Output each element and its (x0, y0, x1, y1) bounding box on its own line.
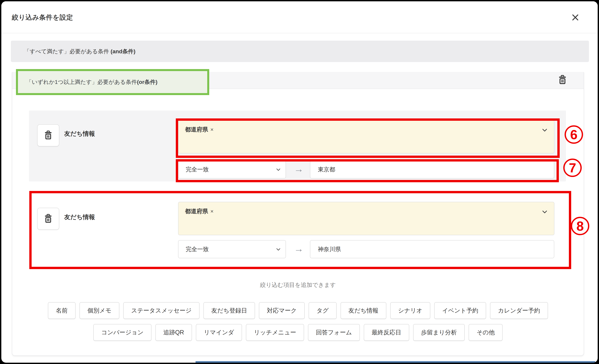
bottom-blue-bar (195, 361, 595, 363)
chevron-down-icon (275, 246, 281, 252)
add-button-answer-form[interactable]: 回答フォーム (308, 324, 360, 341)
add-button-calendar-reservation[interactable]: カレンダー予約 (490, 302, 548, 319)
or-condition-section: 「いずれか1つ以上満たす」必要がある条件(or条件) 友だち情報 (12, 72, 584, 356)
condition-2-delete-button[interactable] (37, 208, 59, 230)
or-label-bold: (or条件) (137, 79, 158, 85)
add-button-scenario[interactable]: シナリオ (390, 302, 430, 319)
trash-icon (557, 75, 568, 85)
condition-1-field-tag: 都道府県× (185, 126, 213, 133)
condition-2-arrow: → (288, 240, 309, 258)
add-button-support-mark[interactable]: 対応マーク (259, 302, 305, 319)
condition-2-value-input[interactable]: 神奈川県 (310, 240, 554, 258)
modal-header: 絞り込み条件を設定 (1, 1, 598, 33)
modal-title: 絞り込み条件を設定 (12, 13, 73, 22)
add-button-funnel-analysis[interactable]: 歩留まり分析 (413, 324, 465, 341)
add-button-conversion[interactable]: コンバージョン (93, 324, 151, 341)
screenshot-canvas: 絞り込み条件を設定 「すべて満たす」必要がある条件 (and条件) (0, 0, 599, 364)
or-condition-highlight: 「いずれか1つ以上満たす」必要がある条件(or条件) (16, 69, 209, 95)
add-button-event-reservation[interactable]: イベント予約 (434, 302, 486, 319)
condition-row-1: 友だち情報 都道府県× 完全一致 → (29, 111, 566, 182)
add-button-rich-menu[interactable]: リッチメニュー (246, 324, 304, 341)
condition-1-match-select[interactable]: 完全一致 (178, 160, 286, 178)
condition-row-2: 友だち情報 都道府県× 完全一致 → (29, 190, 566, 268)
match-type-value: 完全一致 (186, 161, 209, 178)
add-button-friend-info[interactable]: 友だち情報 (341, 302, 386, 319)
close-button[interactable] (571, 13, 580, 22)
or-label-text: 「いずれか1つ以上満たす」必要がある条件 (26, 79, 137, 85)
add-button-reminder[interactable]: リマインダ (196, 324, 242, 341)
add-button-status-message[interactable]: ステータスメッセージ (123, 302, 200, 319)
condition-1-field-select[interactable]: 都道府県× (178, 120, 555, 154)
field-tag-label: 都道府県 (185, 208, 208, 214)
arrow-right-icon: → (294, 164, 304, 174)
filter-modal: 絞り込み条件を設定 「すべて満たす」必要がある条件 (and条件) (1, 1, 598, 363)
remove-tag-icon[interactable]: × (210, 127, 213, 133)
add-buttons-row-1: 名前 個別メモ ステータスメッセージ 友だち登録日 対応マーク タグ 友だち情報… (12, 302, 584, 319)
arrow-right-icon: → (294, 243, 304, 254)
condition-1-category-label: 友だち情報 (64, 130, 95, 138)
condition-2-field-select[interactable]: 都道府県× (178, 202, 555, 235)
condition-value-text: 東京都 (318, 161, 335, 178)
and-label-text: 「すべて満たす」必要がある条件 (24, 48, 111, 54)
match-type-value: 完全一致 (186, 241, 209, 258)
condition-1-arrow: → (288, 160, 309, 178)
or-section-delete-button[interactable] (557, 75, 568, 85)
add-items-helper-text: 絞り込む項目を追加できます (12, 281, 584, 289)
or-condition-label: 「いずれか1つ以上満たす」必要がある条件(or条件) (26, 78, 158, 86)
trash-icon (37, 130, 59, 141)
add-button-other[interactable]: その他 (469, 324, 502, 341)
field-tag-label: 都道府県 (185, 126, 208, 133)
and-condition-bar: 「すべて満たす」必要がある条件 (and条件) (11, 41, 589, 62)
chevron-down-icon (541, 127, 548, 134)
condition-2-match-select[interactable]: 完全一致 (178, 240, 286, 258)
add-button-tracking-qr[interactable]: 追跡QR (155, 324, 192, 341)
condition-2-field-tag: 都道府県× (185, 208, 213, 215)
add-button-memo[interactable]: 個別メモ (79, 302, 119, 319)
remove-tag-icon[interactable]: × (210, 208, 213, 214)
add-button-last-response-date[interactable]: 最終反応日 (364, 324, 409, 341)
add-buttons-row-2: コンバージョン 追跡QR リマインダ リッチメニュー 回答フォーム 最終反応日 … (12, 324, 584, 341)
condition-2-category-label: 友だち情報 (64, 213, 95, 221)
add-button-tag[interactable]: タグ (309, 302, 337, 319)
close-icon (571, 13, 580, 22)
and-label-bold: (and条件) (111, 48, 135, 54)
condition-value-text: 神奈川県 (318, 241, 341, 258)
chevron-down-icon (275, 167, 281, 173)
and-condition-label: 「すべて満たす」必要がある条件 (and条件) (24, 41, 135, 62)
chevron-down-icon (541, 208, 548, 215)
condition-1-value-input[interactable]: 東京都 (310, 160, 554, 178)
add-button-name[interactable]: 名前 (48, 302, 76, 319)
trash-icon (37, 214, 59, 224)
add-button-friend-registered-date[interactable]: 友だち登録日 (203, 302, 255, 319)
condition-1-delete-button[interactable] (37, 124, 59, 146)
